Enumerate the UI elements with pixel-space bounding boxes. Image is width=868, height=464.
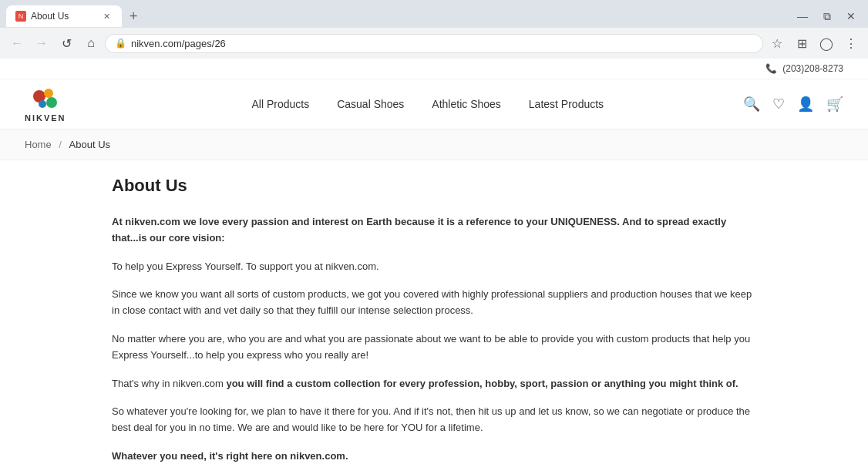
address-bar[interactable]: 🔒 nikven.com/pages/26 — [105, 34, 763, 53]
intro-bold-text: At nikven.com we love every passion and … — [112, 216, 726, 244]
phone-number: (203)208-8273 — [782, 63, 843, 74]
account-button[interactable]: 👤 — [797, 96, 814, 113]
page-wrapper: 📞 (203)208-8273 NIKVEN All Products Casu… — [0, 59, 868, 464]
nav-latest-products[interactable]: Latest Products — [529, 98, 604, 110]
svg-point-1 — [44, 89, 53, 98]
cart-button[interactable]: 🛒 — [826, 96, 843, 113]
reload-button[interactable]: ↺ — [56, 32, 77, 54]
tab-title: About Us — [31, 11, 69, 22]
paragraph-3: No matter where you are, who you are and… — [112, 331, 756, 364]
search-button[interactable]: 🔍 — [743, 96, 760, 113]
nav-casual-shoes[interactable]: Casual Shoes — [337, 98, 404, 110]
menu-button[interactable]: ⋮ — [840, 32, 862, 54]
logo-icon — [27, 86, 64, 113]
breadcrumb-home[interactable]: Home — [25, 139, 52, 150]
tab-close-button[interactable]: ✕ — [100, 10, 113, 22]
page-title: About Us — [112, 176, 756, 196]
extensions-button[interactable]: ⊞ — [791, 32, 812, 54]
restore-button[interactable]: ⧉ — [817, 8, 837, 25]
top-bar: 📞 (203)208-8273 — [0, 59, 868, 79]
svg-point-3 — [39, 100, 46, 108]
main-nav: All Products Casual Shoes Athletic Shoes… — [113, 98, 743, 110]
logo-text: NIKVEN — [25, 113, 66, 123]
content-section: At nikven.com we love every passion and … — [112, 214, 756, 464]
p6-bold: Whatever you need, it's right here on ni… — [112, 450, 348, 462]
paragraph-6: Whatever you need, it's right here on ni… — [112, 449, 756, 464]
main-content: About Us At nikven.com we love every pas… — [87, 160, 781, 464]
nav-athletic-shoes[interactable]: Athletic Shoes — [432, 98, 501, 110]
back-button[interactable]: ← — [6, 32, 28, 54]
forward-button[interactable]: → — [31, 32, 52, 54]
wishlist-button[interactable]: ♡ — [772, 96, 785, 113]
logo[interactable]: NIKVEN — [25, 86, 66, 123]
breadcrumb-separator: / — [59, 139, 62, 150]
minimize-button[interactable]: — — [791, 8, 814, 25]
bookmark-button[interactable]: ☆ — [766, 32, 788, 54]
paragraph-1: To help you Express Yourself. To support… — [112, 259, 756, 275]
url-text: nikven.com/pages/26 — [131, 38, 753, 49]
browser-tab[interactable]: N About Us ✕ — [6, 5, 122, 27]
paragraph-4: That's why in nikven.com you will find a… — [112, 376, 756, 392]
breadcrumb-current: About Us — [69, 139, 110, 150]
tab-favicon: N — [15, 11, 26, 22]
browser-toolbar: ← → ↺ ⌂ 🔒 nikven.com/pages/26 ☆ ⊞ ◯ ⋮ — [0, 28, 868, 59]
home-button[interactable]: ⌂ — [80, 32, 102, 54]
p4-bold: you will find a custom collection for ev… — [226, 378, 738, 389]
paragraph-5: So whatever you're looking for, we plan … — [112, 404, 756, 436]
phone-icon: 📞 — [765, 63, 777, 74]
breadcrumb: Home / About Us — [0, 129, 868, 160]
paragraph-2: Since we know you want all sorts of cust… — [112, 287, 756, 319]
nav-all-products[interactable]: All Products — [251, 98, 309, 110]
site-header: NIKVEN All Products Casual Shoes Athleti… — [0, 79, 868, 129]
p4-start: That's why in nikven.com — [112, 378, 226, 389]
intro-paragraph: At nikven.com we love every passion and … — [112, 214, 756, 247]
header-icons: 🔍 ♡ 👤 🛒 — [743, 96, 843, 113]
new-tab-button[interactable]: + — [125, 8, 143, 25]
profile-button[interactable]: ◯ — [816, 32, 837, 54]
close-button[interactable]: ✕ — [840, 8, 862, 25]
svg-point-2 — [46, 97, 57, 108]
window-controls: — ⧉ ✕ — [791, 8, 862, 25]
